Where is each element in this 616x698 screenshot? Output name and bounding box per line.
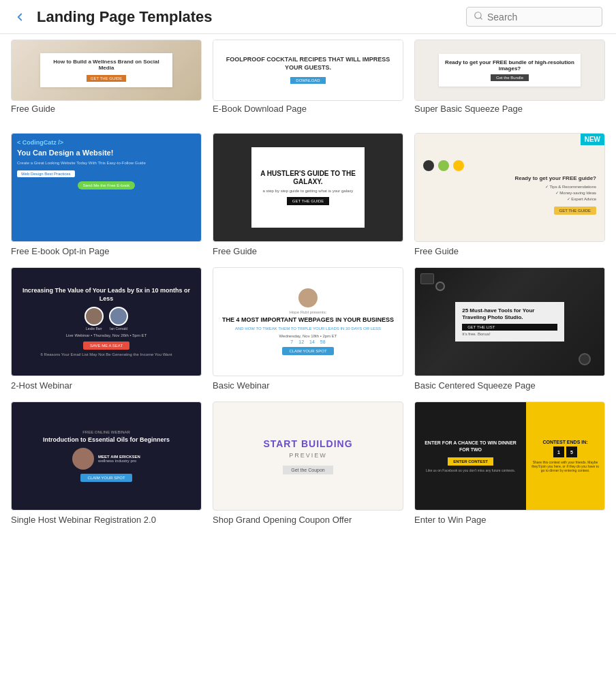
template-label: Basic Webinar (213, 380, 403, 391)
template-label: Free E-book Opt-in Page (11, 246, 202, 256)
template-card-shop-coupon[interactable]: START BUILDING PREVIEW Get the Coupon Sh… (213, 401, 403, 525)
templates-grid: < CodingCatz /> You Can Design a Website… (0, 122, 616, 541)
template-card-free-ebook-optin[interactable]: < CodingCatz /> You Can Design a Website… (11, 133, 202, 256)
partial-card-2[interactable]: FOOLPROOF COCKTAIL RECIPES THAT WILL IMP… (213, 40, 403, 101)
partial-label-3: Super Basic Squeeze Page (414, 104, 605, 114)
back-button[interactable] (14, 11, 26, 23)
search-icon (474, 11, 483, 22)
template-card-single-host-webinar[interactable]: FREE ONLINE WEBINAR Introduction to Esse… (11, 401, 202, 525)
template-label: Free Guide (414, 246, 605, 256)
template-card-basic-centered-squeeze[interactable]: 25 Must-have Tools for Your Traveling Ph… (414, 267, 605, 391)
template-card-basic-webinar[interactable]: Hope Rubl presents: THE 4 MOST IMPORTANT… (213, 267, 403, 391)
page-title: Landing Page Templates (37, 8, 466, 26)
new-badge: NEW (581, 134, 604, 145)
search-input[interactable] (487, 12, 589, 22)
template-label: Single Host Webinar Registration 2.0 (11, 515, 202, 525)
search-bar[interactable] (466, 7, 602, 27)
template-label: Basic Centered Squeeze Page (414, 380, 605, 391)
template-label: Free Guide (213, 246, 403, 256)
template-card-free-guide-2[interactable]: A HUSTLER'S GUIDE TO THE GALAXY. a step … (213, 133, 403, 256)
svg-line-1 (480, 18, 482, 20)
template-card-2host-webinar[interactable]: Increasing The Value of Your Leads by 5x… (11, 267, 202, 391)
partial-label-1: Free Guide (11, 104, 202, 114)
partial-card-3[interactable]: Ready to get your FREE bundle of high-re… (414, 40, 605, 101)
template-label: Enter to Win Page (414, 515, 605, 525)
template-label: 2-Host Webinar (11, 380, 202, 391)
partial-card-1[interactable]: How to Build a Wellness Brand on Social … (11, 40, 202, 101)
template-card-contest-win[interactable]: ENTER FOR A CHANCE TO WIN DINNER FOR TWO… (414, 401, 605, 525)
template-label: Shop Grand Opening Coupon Offer (213, 515, 403, 525)
header: Landing Page Templates (0, 0, 616, 34)
partial-label-2: E-Book Download Page (213, 104, 403, 114)
template-card-free-guide-seeds[interactable]: NEW Ready to get your FREE guide? ✓ Tips… (414, 133, 605, 256)
